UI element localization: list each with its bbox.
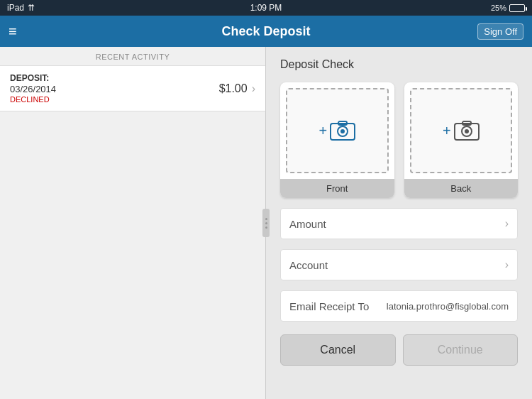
recent-activity-header: RECENT ACTIVITY — [0, 47, 265, 65]
divider-dot — [265, 222, 267, 224]
svg-point-7 — [465, 129, 469, 133]
front-camera-card[interactable]: + Front — [280, 82, 394, 198]
back-camera-icon-group: + — [443, 120, 480, 141]
back-plus-icon: + — [443, 123, 451, 139]
main-layout: RECENT ACTIVITY DEPOSIT: 03/26/2014 DECL… — [0, 47, 532, 399]
right-panel: Deposit Check + Front — [266, 47, 532, 399]
amount-label: Amount — [289, 218, 505, 230]
cancel-button[interactable]: Cancel — [280, 334, 396, 366]
account-label: Account — [289, 259, 505, 271]
left-panel: RECENT ACTIVITY DEPOSIT: 03/26/2014 DECL… — [0, 47, 266, 399]
status-bar-left: iPad ⇈ — [7, 3, 35, 13]
status-bar-right: 25% — [491, 4, 525, 12]
back-camera-card[interactable]: + Back — [404, 82, 519, 198]
deposit-amount: $1.00 — [219, 82, 248, 95]
account-chevron-icon: › — [505, 258, 509, 271]
amount-chevron-icon: › — [505, 217, 509, 230]
email-receipt-label: Email Receipt To — [289, 300, 369, 312]
deposit-check-title: Deposit Check — [280, 58, 518, 71]
deposit-label: DEPOSIT: — [10, 73, 219, 83]
battery-icon — [509, 4, 525, 12]
amount-field[interactable]: Amount › — [280, 208, 518, 239]
camera-row: + Front + — [280, 82, 518, 198]
menu-button[interactable]: ≡ — [9, 23, 17, 40]
navbar: ≡ Check Deposit Sign Off — [0, 16, 532, 47]
deposit-row[interactable]: DEPOSIT: 03/26/2014 DECLINED $1.00 › — [0, 65, 265, 111]
front-camera-area[interactable]: + — [286, 88, 389, 173]
status-bar: iPad ⇈ 1:09 PM 25% — [0, 0, 532, 16]
divider-handle — [262, 209, 270, 237]
account-field[interactable]: Account › — [280, 249, 518, 280]
front-camera-icon — [330, 120, 355, 141]
navbar-title: Check Deposit — [221, 24, 310, 39]
button-row: Cancel Continue — [280, 334, 518, 366]
status-bar-time: 1:09 PM — [250, 3, 282, 13]
deposit-chevron-icon: › — [252, 82, 255, 95]
email-receipt-value: latonia.prothro@fisglobal.com — [376, 301, 509, 312]
deposit-date: 03/26/2014 — [10, 84, 219, 94]
deposit-status: DECLINED — [10, 95, 219, 104]
front-plus-icon: + — [318, 123, 327, 139]
battery-pct-label: 25% — [491, 4, 506, 12]
signoff-button[interactable]: Sign Off — [477, 23, 523, 40]
email-receipt-field[interactable]: Email Receipt To latonia.prothro@fisglob… — [280, 290, 518, 322]
divider-dot — [265, 218, 267, 220]
front-label-bar: Front — [280, 179, 394, 198]
carrier-label: iPad — [7, 3, 24, 13]
divider-dot — [265, 226, 267, 229]
svg-point-3 — [340, 129, 345, 133]
wifi-icon: ⇈ — [28, 3, 35, 13]
continue-button[interactable]: Continue — [403, 334, 519, 366]
back-label-bar: Back — [404, 179, 519, 198]
front-camera-icon-group: + — [318, 120, 355, 141]
deposit-info: DEPOSIT: 03/26/2014 DECLINED — [10, 73, 219, 104]
back-camera-area[interactable]: + — [410, 88, 513, 173]
back-camera-icon — [454, 120, 480, 141]
